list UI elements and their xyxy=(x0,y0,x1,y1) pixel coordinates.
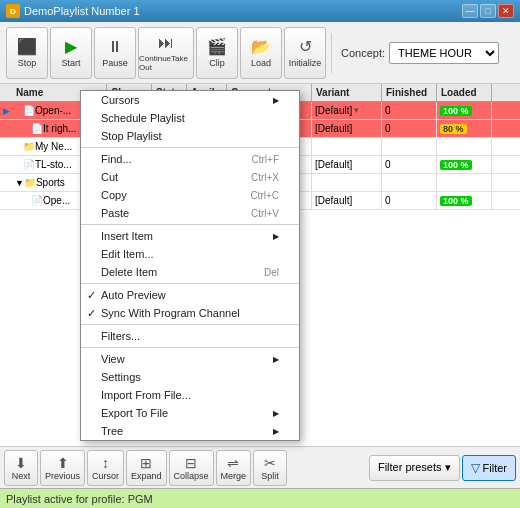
initialize-icon: ↺ xyxy=(299,37,312,56)
cell-variant: [Default] xyxy=(312,192,382,209)
cm-schedule-playlist[interactable]: Schedule Playlist xyxy=(81,109,299,127)
status-bar: Playlist active for profile: PGM xyxy=(0,488,520,508)
previous-button[interactable]: ⬆ Previous xyxy=(40,450,85,486)
split-label: Split xyxy=(261,471,279,481)
cell-variant xyxy=(312,138,382,155)
load-icon: 📂 xyxy=(251,37,271,56)
maximize-button[interactable]: □ xyxy=(480,4,496,18)
cm-copy[interactable]: Copy Ctrl+C xyxy=(81,186,299,204)
cell-finished xyxy=(382,138,437,155)
loaded-badge: 100 % xyxy=(440,196,472,206)
merge-label: Merge xyxy=(221,471,247,481)
clip-button[interactable]: 🎬 Clip xyxy=(196,27,238,79)
cm-settings[interactable]: Settings xyxy=(81,368,299,386)
filter-button[interactable]: ▽ Filter xyxy=(462,455,516,481)
stop-button[interactable]: ⬛ Stop xyxy=(6,27,48,79)
cm-tree[interactable]: Tree xyxy=(81,422,299,440)
cursor-label: Cursor xyxy=(92,471,119,481)
cm-delete-item[interactable]: Delete Item Del xyxy=(81,263,299,281)
row-name: Ope... xyxy=(43,195,70,206)
cm-edit-item[interactable]: Edit Item... xyxy=(81,245,299,263)
cell-finished: 0 xyxy=(382,120,437,137)
app-icon: D xyxy=(6,4,20,18)
cell-loaded: 100 % xyxy=(437,156,492,173)
row-indicator: ▶ xyxy=(0,106,12,116)
expand-icon[interactable]: ▼ xyxy=(15,178,24,188)
stop-icon: ⬛ xyxy=(17,37,37,56)
row-name: Open-... xyxy=(35,105,71,116)
initialize-button[interactable]: ↺ Initialize xyxy=(284,27,326,79)
cm-filters[interactable]: Filters... xyxy=(81,327,299,345)
cell-variant xyxy=(312,174,382,191)
minimize-button[interactable]: — xyxy=(462,4,478,18)
cm-separator-2 xyxy=(81,224,299,225)
cm-view[interactable]: View xyxy=(81,350,299,368)
cm-delete-item-label: Delete Item xyxy=(101,266,157,278)
cell-finished: 0 xyxy=(382,102,437,119)
cm-paste-label: Paste xyxy=(101,207,129,219)
continue-take-out-button[interactable]: ⏭ ContinueTake Out xyxy=(138,27,194,79)
initialize-label: Initialize xyxy=(289,58,322,68)
clip-label: Clip xyxy=(209,58,225,68)
cm-export-to-file[interactable]: Export To File xyxy=(81,404,299,422)
col-header-variant[interactable]: Variant xyxy=(312,84,382,101)
expand-button[interactable]: ⊞ Expand xyxy=(126,450,167,486)
collapse-icon: ⊟ xyxy=(185,455,197,471)
file-icon: 📄 xyxy=(23,159,35,170)
cm-copy-shortcut: Ctrl+C xyxy=(250,190,279,201)
load-label: Load xyxy=(251,58,271,68)
next-icon: ⬇ xyxy=(15,455,27,471)
variant-value: [Default] xyxy=(315,105,352,116)
close-button[interactable]: ✕ xyxy=(498,4,514,18)
cm-find[interactable]: Find... Ctrl+F xyxy=(81,150,299,168)
next-label: Next xyxy=(12,471,31,481)
cell-finished xyxy=(382,174,437,191)
folder-icon: 📁 xyxy=(23,141,35,152)
concept-select[interactable]: THEME HOUR xyxy=(389,42,499,64)
collapse-label: Collapse xyxy=(174,471,209,481)
cm-import-from-file[interactable]: Import From File... xyxy=(81,386,299,404)
cm-stop-playlist[interactable]: Stop Playlist xyxy=(81,127,299,145)
cm-sync-program[interactable]: Sync With Program Channel xyxy=(81,304,299,322)
cm-paste-shortcut: Ctrl+V xyxy=(251,208,279,219)
expand-icon: ⊞ xyxy=(140,455,152,471)
col-header-loaded[interactable]: Loaded xyxy=(437,84,492,101)
merge-button[interactable]: ⇌ Merge xyxy=(216,450,252,486)
continue-take-out-label: ContinueTake Out xyxy=(139,54,193,72)
row-name: Sports xyxy=(36,177,65,188)
concept-area: Concept: THEME HOUR xyxy=(341,42,499,64)
cell-variant: [Default] xyxy=(312,120,382,137)
start-icon: ▶ xyxy=(65,37,77,56)
context-menu: Cursors Schedule Playlist Stop Playlist … xyxy=(80,90,300,441)
loaded-badge: 80 % xyxy=(440,124,467,134)
previous-icon: ⬆ xyxy=(57,455,69,471)
filter-presets-label: Filter presets ▾ xyxy=(378,461,451,474)
cm-cut[interactable]: Cut Ctrl+X xyxy=(81,168,299,186)
title-bar: D DemoPlaylist Number 1 — □ ✕ xyxy=(0,0,520,22)
expand-label: Expand xyxy=(131,471,162,481)
col-header-finished[interactable]: Finished xyxy=(382,84,437,101)
cm-insert-item[interactable]: Insert Item xyxy=(81,227,299,245)
pause-button[interactable]: ⏸ Pause xyxy=(94,27,136,79)
status-text: Playlist active for profile: PGM xyxy=(6,493,153,505)
next-button[interactable]: ⬇ Next xyxy=(4,450,38,486)
load-button[interactable]: 📂 Load xyxy=(240,27,282,79)
row-name: TL-sto... xyxy=(35,159,72,170)
start-button[interactable]: ▶ Start xyxy=(50,27,92,79)
cm-separator-5 xyxy=(81,347,299,348)
clip-icon: 🎬 xyxy=(207,37,227,56)
row-name: It righ... xyxy=(43,123,76,134)
cm-cursors[interactable]: Cursors xyxy=(81,91,299,109)
cell-variant: [Default] xyxy=(312,156,382,173)
variant-dropdown-icon[interactable]: ▼ xyxy=(352,106,360,115)
cm-paste[interactable]: Paste Ctrl+V xyxy=(81,204,299,222)
toolbar-separator xyxy=(331,33,332,73)
cm-find-shortcut: Ctrl+F xyxy=(252,154,280,165)
collapse-button[interactable]: ⊟ Collapse xyxy=(169,450,214,486)
split-button[interactable]: ✂ Split xyxy=(253,450,287,486)
filter-presets-button[interactable]: Filter presets ▾ xyxy=(369,455,460,481)
row-name: My Ne... xyxy=(35,141,72,152)
cursor-button[interactable]: ↕ Cursor xyxy=(87,450,124,486)
start-label: Start xyxy=(61,58,80,68)
cm-auto-preview[interactable]: Auto Preview xyxy=(81,286,299,304)
